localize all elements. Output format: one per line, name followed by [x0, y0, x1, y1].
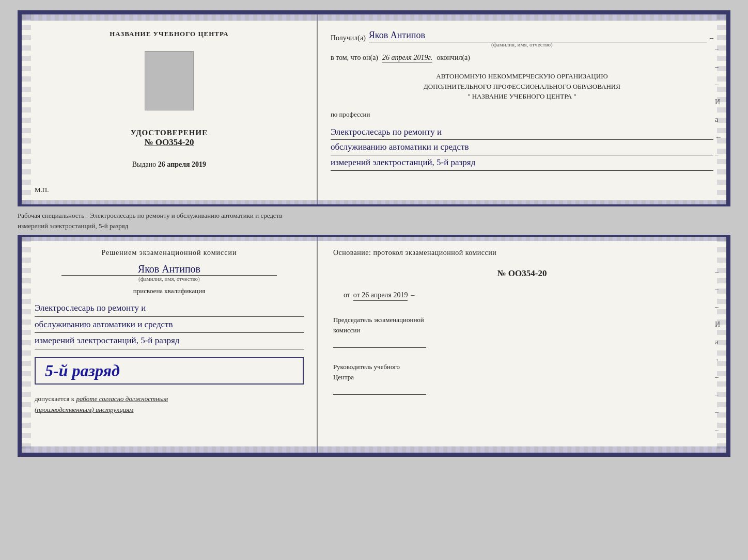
vtom-label: в том, что он(а) — [331, 54, 378, 62]
school-name-label: НАЗВАНИЕ УЧЕБНОГО ЦЕНТРА — [110, 30, 229, 38]
diploma-top: НАЗВАНИЕ УЧЕБНОГО ЦЕНТРА УДОСТОВЕРЕНИЕ №… — [18, 10, 730, 206]
rukovoditel-line1: Руководитель учебного — [333, 362, 711, 372]
recipient-line: Получил(а) Яков Антипов – — [331, 30, 713, 42]
udostoverenie-title: УДОСТОВЕРЕНИЕ — [131, 129, 208, 137]
rukovoditel-block: Руководитель учебного Центра — [333, 362, 711, 395]
org-line2: ДОПОЛНИТЕЛЬНОГО ПРОФЕССИОНАЛЬНОГО ОБРАЗО… — [331, 82, 713, 92]
dopuskaetsya-label: допускается к — [35, 395, 74, 403]
razryad-number: 5-й разряд — [45, 361, 120, 380]
org-block: АВТОНОМНУЮ НЕКОММЕРЧЕСКУЮ ОРГАНИЗАЦИЮ ДО… — [331, 71, 713, 102]
middle-separator: Рабочая специальность - Электрослесарь п… — [18, 206, 730, 235]
right-decoration-bottom — [717, 237, 726, 453]
vtom-line: в том, что он(а) 26 апреля 2019г. окончи… — [331, 54, 713, 62]
org-line3: " НАЗВАНИЕ УЧЕБНОГО ЦЕНТРА " — [331, 91, 713, 102]
vtom-date: 26 апреля 2019г. — [382, 54, 432, 62]
predsedatel-signature — [333, 338, 426, 348]
fio-hint-top: (фамилия, имя, отчество) — [331, 41, 713, 47]
document-container: НАЗВАНИЕ УЧЕБНОГО ЦЕНТРА УДОСТОВЕРЕНИЕ №… — [18, 10, 730, 457]
udostoverenie-block: УДОСТОВЕРЕНИЕ № OO354-20 — [131, 129, 208, 148]
profession-block: Электрослесарь по ремонту и обслуживанию… — [331, 125, 713, 171]
mp-label: М.П. — [35, 186, 49, 194]
po-professii: по профессии — [331, 110, 713, 119]
dopuskaetsya-italic2: (производственным) инструкциям — [35, 406, 134, 413]
photo-placeholder — [145, 51, 194, 110]
fio-hint-bottom: (фамилия, имя, отчество) — [35, 276, 304, 282]
qualification-block: Электрослесарь по ремонту и обслуживанию… — [35, 300, 304, 349]
org-line1: АВТОНОМНУЮ НЕКОММЕРЧЕСКУЮ ОРГАНИЗАЦИЮ — [331, 71, 713, 82]
vydano-label: Выдано — [132, 161, 157, 168]
bottom-right-panel: Основание: протокол экзаменационной коми… — [318, 237, 726, 453]
right-decoration-top — [717, 14, 726, 204]
razryad-box: 5-й разряд — [35, 357, 304, 385]
left-decoration-bottom — [22, 237, 31, 453]
profession-line1: Электрослесарь по ремонту и — [331, 125, 713, 140]
rukovoditel-line2: Центра — [333, 372, 711, 382]
dopuskaetsya-block: допускается к работе согласно должностны… — [35, 394, 304, 415]
predsedatel-line1: Председатель экзаменационной — [333, 315, 711, 325]
middle-text: Рабочая специальность - Электрослесарь п… — [18, 212, 282, 230]
qual-line3: измерений электростанций, 5-й разряд — [35, 333, 304, 349]
osnovanie-text: Основание: протокол экзаменационной коми… — [333, 247, 711, 258]
recipient-name: Яков Антипов — [369, 30, 707, 42]
diploma-bottom: Решением экзаменационной комиссии Яков А… — [18, 235, 730, 457]
bottom-name: Яков Антипов — [61, 263, 277, 276]
profession-line2: обслуживанию автоматики и средств — [331, 140, 713, 155]
qual-line2: обслуживанию автоматики и средств — [35, 317, 304, 333]
protocol-number: № OO354-20 — [333, 268, 711, 279]
prisvoyena-label: присвоена квалификация — [35, 287, 304, 295]
vydano-line: Выдано 26 апреля 2019 — [132, 161, 206, 169]
rukovoditel-signature — [333, 385, 426, 395]
ot-date: от 26 апреля 2019 — [353, 291, 408, 301]
bottom-left-panel: Решением экзаменационной комиссии Яков А… — [22, 237, 318, 453]
predsedatel-line2: комиссии — [333, 325, 711, 335]
qual-line1: Электрослесарь по ремонту и — [35, 300, 304, 317]
top-right-panel: Получил(а) Яков Антипов – (фамилия, имя,… — [318, 14, 726, 204]
vydano-date: 26 апреля 2019 — [158, 161, 206, 168]
okonchill-label: окончил(а) — [437, 54, 470, 62]
predsedatel-block: Председатель экзаменационной комиссии — [333, 315, 711, 348]
profession-line3: измерений электростанций, 5-й разряд — [331, 155, 713, 171]
udostoverenie-number: № OO354-20 — [131, 137, 208, 148]
dopuskaetsya-italic1: работе согласно должностным — [76, 395, 168, 403]
resheniem-text: Решением экзаменационной комиссии — [35, 247, 304, 258]
top-left-panel: НАЗВАНИЕ УЧЕБНОГО ЦЕНТРА УДОСТОВЕРЕНИЕ №… — [22, 14, 318, 204]
